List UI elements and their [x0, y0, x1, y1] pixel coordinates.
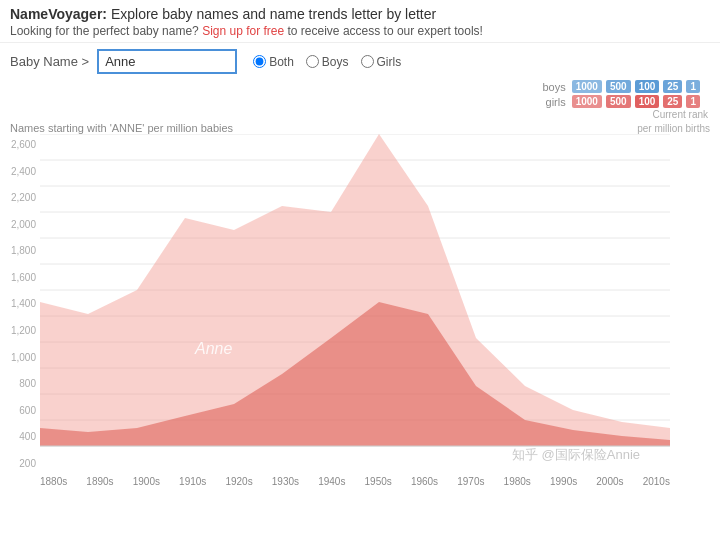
page-title: NameVoyager: Explore baby names and name… — [10, 6, 710, 22]
radio-girls[interactable] — [361, 55, 374, 68]
y-label-2000: 2,000 — [11, 219, 36, 230]
title-rest: Explore baby names and name trends lette… — [107, 6, 436, 22]
radio-both-text: Both — [269, 55, 294, 69]
girls-legend-label: girls — [546, 96, 566, 108]
girls-100-btn[interactable]: 100 — [635, 95, 660, 108]
girls-25-btn[interactable]: 25 — [663, 95, 682, 108]
girls-1-btn[interactable]: 1 — [686, 95, 700, 108]
subtitle: Looking for the perfect baby name? Sign … — [10, 24, 710, 38]
boys-1000-btn[interactable]: 1000 — [572, 80, 602, 93]
boys-25-btn[interactable]: 25 — [663, 80, 682, 93]
radio-boys-label[interactable]: Boys — [306, 55, 349, 69]
y-label-1600: 1,600 — [11, 272, 36, 283]
radio-both[interactable] — [253, 55, 266, 68]
brand-name: NameVoyager: — [10, 6, 107, 22]
chart-wrapper: 2,600 2,400 2,200 2,000 1,800 1,600 1,40… — [0, 134, 720, 489]
x-label-2010: 2010s — [643, 476, 670, 487]
y-label-200: 200 — [19, 458, 36, 469]
current-rank-label: Current rank — [652, 109, 708, 120]
boys-100-btn[interactable]: 100 — [635, 80, 660, 93]
controls-bar: Baby Name > Both Boys Girls — [0, 43, 720, 78]
radio-both-label[interactable]: Both — [253, 55, 294, 69]
x-label-1930: 1930s — [272, 476, 299, 487]
y-axis: 2,600 2,400 2,200 2,000 1,800 1,600 1,40… — [0, 134, 40, 489]
y-label-1000: 1,000 — [11, 352, 36, 363]
per-million-label: per million births — [637, 123, 710, 134]
header-section: NameVoyager: Explore baby names and name… — [0, 0, 720, 43]
anne-label: Anne — [194, 340, 232, 357]
x-label-1970: 1970s — [457, 476, 484, 487]
signup-link[interactable]: Sign up for free — [202, 24, 284, 38]
radio-boys-text: Boys — [322, 55, 349, 69]
y-label-400: 400 — [19, 431, 36, 442]
y-label-800: 800 — [19, 378, 36, 389]
y-label-600: 600 — [19, 405, 36, 416]
baby-name-label: Baby Name > — [10, 54, 89, 69]
y-label-2400: 2,400 — [11, 166, 36, 177]
chart-section: Names starting with 'ANNE' per million b… — [0, 120, 720, 489]
girls-500-btn[interactable]: 500 — [606, 95, 631, 108]
gender-radio-group: Both Boys Girls — [253, 55, 401, 69]
x-label-1920: 1920s — [225, 476, 252, 487]
x-label-1980: 1980s — [504, 476, 531, 487]
x-label-1960: 1960s — [411, 476, 438, 487]
boys-legend-label: boys — [542, 81, 565, 93]
x-label-1880: 1880s — [40, 476, 67, 487]
radio-boys[interactable] — [306, 55, 319, 68]
x-label-1890: 1890s — [86, 476, 113, 487]
chart-subtitle: Names starting with 'ANNE' per million b… — [10, 122, 637, 134]
boys-legend: boys 1000 500 100 25 1 — [542, 80, 700, 93]
baby-name-input[interactable] — [97, 49, 237, 74]
y-label-1200: 1,200 — [11, 325, 36, 336]
chart-svg-container: Anne Annette 1880s 1890s 1900s 1910s 192… — [40, 134, 720, 489]
legend-boys-row: boys 1000 500 100 25 1 — [532, 78, 710, 93]
girls-legend: girls 1000 500 100 25 1 — [546, 95, 700, 108]
x-label-2000: 2000s — [596, 476, 623, 487]
chart-svg: Anne Annette — [40, 134, 670, 474]
subtitle-before: Looking for the perfect baby name? — [10, 24, 202, 38]
y-label-1400: 1,400 — [11, 298, 36, 309]
legend-girls-row: girls 1000 500 100 25 1 — [536, 93, 710, 108]
x-label-1910: 1910s — [179, 476, 206, 487]
radio-girls-text: Girls — [377, 55, 402, 69]
y-label-2600: 2,600 — [11, 139, 36, 150]
boys-1-btn[interactable]: 1 — [686, 80, 700, 93]
boys-500-btn[interactable]: 500 — [606, 80, 631, 93]
girls-1000-btn[interactable]: 1000 — [572, 95, 602, 108]
y-label-1800: 1,800 — [11, 245, 36, 256]
y-label-2200: 2,200 — [11, 192, 36, 203]
x-label-1900: 1900s — [133, 476, 160, 487]
x-label-1940: 1940s — [318, 476, 345, 487]
x-axis-labels: 1880s 1890s 1900s 1910s 1920s 1930s 1940… — [40, 474, 670, 489]
radio-girls-label[interactable]: Girls — [361, 55, 402, 69]
subtitle-after: to receive access to our expert tools! — [284, 24, 483, 38]
x-label-1990: 1990s — [550, 476, 577, 487]
x-label-1950: 1950s — [365, 476, 392, 487]
